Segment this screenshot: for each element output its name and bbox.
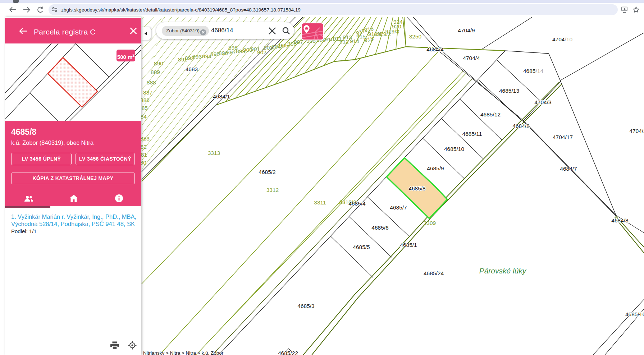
svg-text:4704/9: 4704/9 — [458, 27, 475, 33]
svg-text:4684/2: 4684/2 — [512, 123, 529, 129]
svg-text:4685/24: 4685/24 — [424, 270, 444, 276]
svg-text:4704/4: 4704/4 — [463, 55, 480, 61]
svg-text:4685/10: 4685/10 — [444, 146, 464, 152]
svg-text:4685/2: 4685/2 — [259, 169, 275, 175]
svg-text:4685/16: 4685/16 — [625, 311, 644, 317]
svg-text:4685/9: 4685/9 — [427, 165, 444, 171]
svg-text:3312: 3312 — [266, 187, 279, 193]
svg-text:4685/22: 4685/22 — [278, 350, 298, 355]
svg-text:4685/5: 4685/5 — [353, 244, 370, 250]
svg-text:886: 886 — [140, 97, 150, 103]
svg-text:4683: 4683 — [186, 66, 198, 72]
svg-text:3311: 3311 — [314, 199, 326, 206]
svg-text:4685/8: 4685/8 — [408, 185, 425, 192]
svg-text:4685/6: 4685/6 — [371, 225, 388, 231]
svg-text:4685/12: 4685/12 — [480, 111, 501, 117]
svg-text:907: 907 — [294, 39, 303, 45]
svg-text:3250: 3250 — [409, 33, 422, 40]
svg-text:888: 888 — [147, 79, 156, 86]
svg-text:883: 883 — [140, 135, 150, 142]
svg-text:4704/2: 4704/2 — [629, 128, 644, 134]
svg-text:Párovské lúky: Párovské lúky — [479, 267, 527, 275]
svg-text:924: 924 — [393, 19, 403, 25]
svg-text:4685/11: 4685/11 — [462, 131, 482, 137]
svg-text:3309: 3309 — [424, 220, 436, 226]
svg-text:4684/7: 4684/7 — [560, 166, 577, 172]
svg-text:4685/3: 4685/3 — [297, 303, 314, 309]
svg-text:4684/8: 4684/8 — [611, 217, 628, 223]
svg-text:4685/7: 4685/7 — [390, 204, 407, 211]
svg-text:4684/1: 4684/1 — [213, 93, 230, 100]
svg-text:4685/1: 4685/1 — [400, 242, 417, 248]
svg-text:889: 889 — [151, 69, 160, 75]
svg-text:890: 890 — [154, 60, 163, 66]
svg-text:4704/10: 4704/10 — [552, 36, 572, 42]
svg-text:895: 895 — [210, 51, 220, 57]
svg-text:4684/4: 4684/4 — [426, 46, 444, 52]
svg-text:Nitriansky > Nitra > Nitra > k: Nitriansky > Nitra > Nitra > k.ú. Zobor — [143, 350, 224, 355]
svg-text:887: 887 — [143, 89, 152, 96]
svg-text:4685/13: 4685/13 — [499, 88, 519, 94]
svg-text:3310/2: 3310/2 — [339, 199, 356, 205]
svg-text:4704/3: 4704/3 — [534, 99, 551, 105]
svg-text:4685/14: 4685/14 — [523, 68, 543, 74]
svg-text:3313: 3313 — [208, 150, 220, 156]
svg-text:4704/17: 4704/17 — [553, 134, 573, 140]
svg-text:905: 905 — [279, 42, 288, 49]
svg-text:893: 893 — [192, 54, 202, 60]
